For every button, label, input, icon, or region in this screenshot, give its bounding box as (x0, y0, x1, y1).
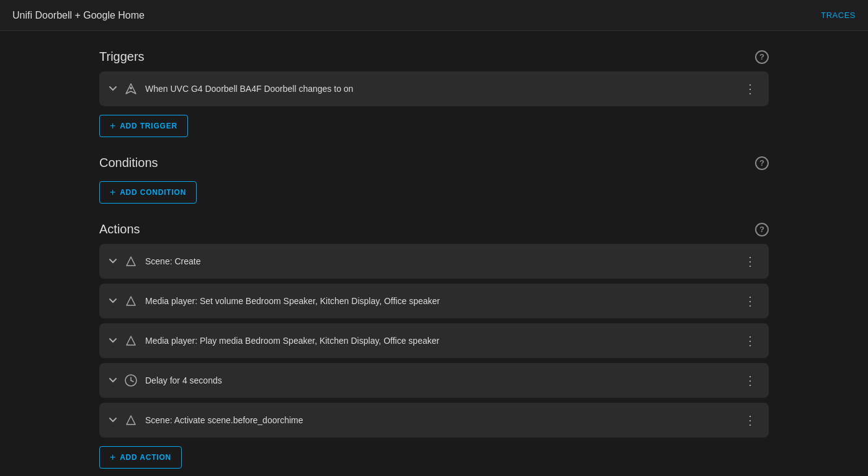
action-card-menu-3[interactable]: ⋮ (741, 370, 759, 390)
svg-line-3 (131, 380, 133, 382)
action-card-label-4: Scene: Activate scene.before_doorchime (145, 415, 303, 425)
action-card-1: Media player: Set volume Bedroom Speaker… (99, 284, 769, 318)
app-header: Unifi Doorbell + Google Home TRACES (0, 0, 868, 31)
conditions-help-icon[interactable]: ? (755, 156, 769, 170)
action-card-label-0: Scene: Create (145, 256, 201, 266)
add-action-button[interactable]: + ADD ACTION (99, 446, 182, 469)
action-card-2: Media player: Play media Bedroom Speaker… (99, 323, 769, 358)
action-chevron-icon-3[interactable] (109, 378, 117, 383)
action-card-3: Delay for 4 seconds ⋮ (99, 363, 769, 398)
triggers-section: Triggers ? When UVC G4 Doorbell BA4F Doo… (99, 50, 769, 143)
traces-link[interactable]: TRACES (821, 11, 856, 20)
triggers-title: Triggers (99, 50, 145, 64)
actions-section: Actions ? Scene: Create ⋮ (99, 222, 769, 475)
action-chevron-icon-1[interactable] (109, 299, 117, 303)
actions-section-header: Actions ? (99, 222, 769, 236)
action-card-4: Scene: Activate scene.before_doorchime ⋮ (99, 403, 769, 438)
page-title: Unifi Doorbell + Google Home (12, 10, 145, 21)
action-chevron-icon-4[interactable] (109, 418, 117, 423)
conditions-section: Conditions ? + ADD CONDITION (99, 156, 769, 210)
triggers-section-header: Triggers ? (99, 50, 769, 64)
triggers-help-icon[interactable]: ? (755, 50, 769, 64)
action-type-icon-2 (124, 334, 138, 348)
conditions-section-header: Conditions ? (99, 156, 769, 170)
actions-help-icon[interactable]: ? (755, 223, 769, 236)
action-card-label-3: Delay for 4 seconds (145, 375, 222, 385)
svg-point-0 (130, 87, 132, 89)
action-type-icon-0 (124, 254, 138, 268)
action-card-menu-2[interactable]: ⋮ (741, 331, 759, 351)
add-condition-button[interactable]: + ADD CONDITION (99, 181, 197, 204)
trigger-card-label-0: When UVC G4 Doorbell BA4F Doorbell chang… (145, 84, 353, 94)
action-chevron-icon-2[interactable] (109, 338, 117, 343)
action-card-menu-1[interactable]: ⋮ (741, 291, 759, 311)
clock-icon (124, 374, 138, 387)
action-card-menu-4[interactable]: ⋮ (741, 410, 759, 430)
action-chevron-icon-0[interactable] (109, 259, 117, 264)
action-card-label-1: Media player: Set volume Bedroom Speaker… (145, 296, 440, 306)
trigger-chevron-icon[interactable] (109, 86, 117, 91)
action-card-menu-0[interactable]: ⋮ (741, 251, 759, 271)
action-card-label-2: Media player: Play media Bedroom Speaker… (145, 336, 439, 346)
action-type-icon-1 (124, 294, 138, 308)
trigger-type-icon (124, 82, 138, 96)
trigger-card-menu-0[interactable]: ⋮ (741, 79, 759, 99)
conditions-title: Conditions (99, 156, 158, 170)
action-type-icon-4 (124, 413, 138, 427)
main-content: Triggers ? When UVC G4 Doorbell BA4F Doo… (0, 31, 868, 476)
actions-title: Actions (99, 222, 140, 236)
add-trigger-button[interactable]: + ADD TRIGGER (99, 115, 188, 137)
action-card-0: Scene: Create ⋮ (99, 244, 769, 279)
trigger-card-0: When UVC G4 Doorbell BA4F Doorbell chang… (99, 71, 769, 106)
